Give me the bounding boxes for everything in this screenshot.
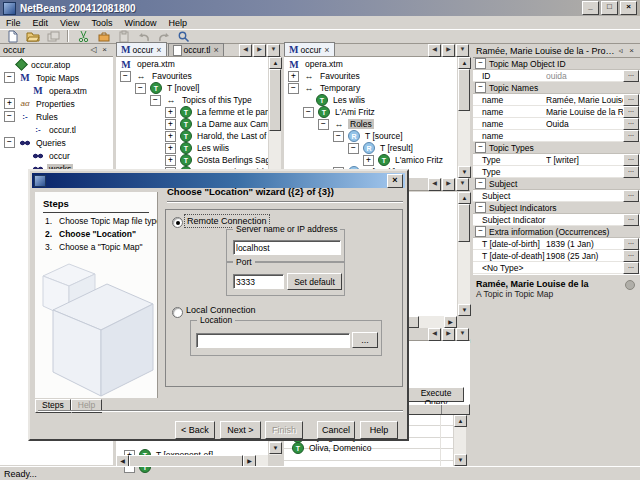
- collapse-icon[interactable]: −: [475, 202, 486, 213]
- next-button[interactable]: Next >: [220, 421, 261, 439]
- property-row[interactable]: nameRamée, Marie Louise de la...: [473, 94, 640, 106]
- tree-item[interactable]: −RT [result]: [284, 142, 457, 154]
- collapse-icon[interactable]: −: [475, 58, 486, 69]
- tree-item[interactable]: +TLa femme et le pantin: [116, 106, 268, 118]
- scroll-tabs-right-icon[interactable]: ▶: [442, 44, 455, 57]
- vertical-scrollbar[interactable]: ▲ ▼: [457, 57, 470, 178]
- expand-icon[interactable]: +: [165, 107, 176, 118]
- open-file-icon[interactable]: [24, 29, 41, 43]
- dock-icon[interactable]: ◁: [88, 45, 99, 55]
- ellipsis-button[interactable]: ...: [623, 94, 639, 106]
- property-row[interactable]: name...: [473, 130, 640, 142]
- tree-item[interactable]: −:-Rules: [0, 110, 113, 123]
- scroll-tabs-right-icon[interactable]: ▶: [253, 44, 266, 57]
- finish-button[interactable]: Finish: [265, 421, 303, 439]
- tree-item[interactable]: +TL'amico Fritz: [284, 154, 457, 166]
- expand-icon[interactable]: +: [288, 71, 299, 82]
- menu-item-edit[interactable]: Edit: [27, 18, 55, 28]
- collapse-icon[interactable]: −: [120, 71, 131, 82]
- undo-icon[interactable]: [135, 29, 152, 43]
- collapse-icon[interactable]: −: [4, 72, 15, 83]
- vertical-scrollbar[interactable]: ▲ ▼: [457, 192, 470, 316]
- expand-icon[interactable]: +: [165, 119, 176, 130]
- tree-item[interactable]: −↔Favourites: [116, 70, 268, 82]
- ellipsis-button[interactable]: ...: [623, 238, 639, 250]
- ellipsis-button[interactable]: ...: [623, 214, 639, 226]
- tree-item[interactable]: Mopera.xtm: [284, 58, 457, 70]
- scroll-tabs-left-icon[interactable]: ◀: [428, 178, 441, 191]
- help-button[interactable]: Help: [360, 421, 398, 439]
- collapse-icon[interactable]: −: [135, 83, 146, 94]
- expand-icon[interactable]: +: [4, 98, 15, 109]
- set-default-button[interactable]: Set default: [287, 273, 342, 290]
- tab-occur[interactable]: Moccur×: [116, 42, 167, 56]
- property-row[interactable]: Subject...: [473, 190, 640, 202]
- property-row[interactable]: Type...: [473, 166, 640, 178]
- splitter[interactable]: [470, 44, 473, 466]
- tree-item[interactable]: −TT [novel]: [116, 82, 268, 94]
- property-row[interactable]: T [date-of-birth]1839 (1 Jan)...: [473, 238, 640, 250]
- tree-item[interactable]: TLes wilis: [284, 94, 457, 106]
- close-icon[interactable]: ×: [626, 46, 637, 56]
- tree-item[interactable]: −MTopic Maps: [0, 71, 113, 84]
- property-row[interactable]: <No Type>...: [473, 262, 640, 274]
- property-row[interactable]: nameOuida...: [473, 118, 640, 130]
- menu-item-view[interactable]: View: [54, 18, 85, 28]
- collapse-icon[interactable]: −: [4, 137, 15, 148]
- ellipsis-button[interactable]: ...: [623, 154, 639, 166]
- menu-item-file[interactable]: File: [0, 18, 27, 28]
- find-icon[interactable]: [175, 29, 192, 43]
- dock-icon[interactable]: ◃: [615, 46, 626, 56]
- tree-item[interactable]: Mopera.xtm: [0, 84, 113, 97]
- tree-item[interactable]: −↔Topics of this Type: [116, 94, 268, 106]
- tab-list-icon[interactable]: ▼: [456, 178, 469, 191]
- collapse-icon[interactable]: −: [4, 111, 15, 122]
- scroll-tabs-left-icon[interactable]: ◀: [428, 44, 441, 57]
- ellipsis-button[interactable]: ...: [623, 130, 639, 142]
- tree-item[interactable]: +aαProperties: [0, 97, 113, 110]
- collapse-icon[interactable]: −: [475, 226, 486, 237]
- close-tab-icon[interactable]: ×: [156, 46, 161, 54]
- collapse-icon[interactable]: −: [475, 82, 486, 93]
- tree-item[interactable]: occur.atop: [0, 58, 113, 71]
- collapse-icon[interactable]: −: [150, 95, 161, 106]
- scroll-tabs-left-icon[interactable]: ◀: [239, 44, 252, 57]
- close-tab-icon[interactable]: ×: [213, 46, 218, 54]
- menu-item-tools[interactable]: Tools: [85, 18, 118, 28]
- new-file-icon[interactable]: [4, 29, 21, 43]
- vertical-scrollbar[interactable]: ▲ ▼: [453, 415, 466, 466]
- port-input[interactable]: [233, 274, 284, 289]
- tree-item[interactable]: +↔Favourites: [284, 70, 457, 82]
- scroll-right-icon[interactable]: ▶: [444, 316, 457, 328]
- tree-item[interactable]: +TLa Dame aux Camélias: [116, 118, 268, 130]
- minimize-icon[interactable]: _: [582, 1, 599, 15]
- open-project-icon[interactable]: [95, 29, 112, 43]
- tree-item[interactable]: −TL'Ami Fritz: [284, 106, 457, 118]
- browse-button[interactable]: ...: [352, 332, 378, 348]
- tab-occur[interactable]: Moccur×: [284, 42, 335, 56]
- remote-connection-radio[interactable]: [172, 217, 183, 228]
- property-row[interactable]: T [date-of-death]1908 (25 Jan)...: [473, 250, 640, 262]
- server-input[interactable]: [233, 240, 341, 255]
- expand-icon[interactable]: +: [165, 143, 176, 154]
- tab-list-icon[interactable]: ▼: [456, 328, 469, 341]
- collapse-icon[interactable]: −: [348, 143, 359, 154]
- property-row[interactable]: IDouida...: [473, 70, 640, 82]
- tree-item[interactable]: −RT [source]: [284, 130, 457, 142]
- close-icon[interactable]: ×: [99, 45, 110, 55]
- tree-item[interactable]: Mopera.xtm: [116, 58, 268, 70]
- ellipsis-button[interactable]: ...: [623, 166, 639, 178]
- collapse-icon[interactable]: −: [475, 178, 486, 189]
- ellipsis-button[interactable]: ...: [623, 106, 639, 118]
- restore-icon[interactable]: □: [601, 1, 618, 15]
- menu-item-window[interactable]: Window: [118, 18, 162, 28]
- tree-item[interactable]: +THarold, the Last of the Saxo: [116, 130, 268, 142]
- tree-item[interactable]: occur: [0, 149, 113, 162]
- close-tab-icon[interactable]: ×: [324, 46, 329, 54]
- ellipsis-button[interactable]: ...: [623, 250, 639, 262]
- cut-icon[interactable]: [75, 29, 92, 43]
- tree-item[interactable]: +TGösta Berlings Saga: [116, 154, 268, 166]
- execute-query-button[interactable]: Execute Query: [408, 387, 464, 402]
- tree-item[interactable]: :-occur.tl: [0, 123, 113, 136]
- expand-icon[interactable]: +: [363, 155, 374, 166]
